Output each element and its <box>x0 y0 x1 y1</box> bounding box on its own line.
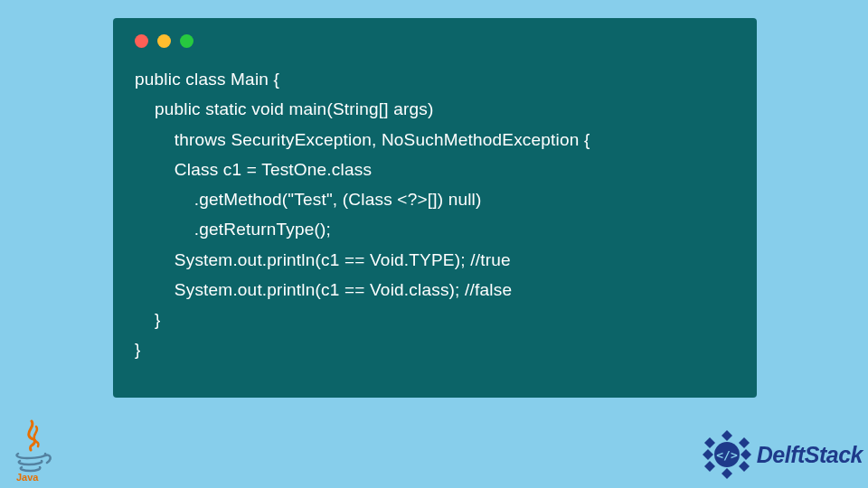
java-logo-icon: Java <box>11 419 52 483</box>
svg-marker-1 <box>722 430 732 441</box>
code-window: public class Main { public static void m… <box>113 18 757 398</box>
svg-text:</>: </> <box>716 448 738 462</box>
svg-marker-6 <box>704 461 715 472</box>
delftstack-icon: </> <box>701 428 753 481</box>
minimize-icon <box>157 34 171 48</box>
maximize-icon <box>180 34 193 48</box>
svg-marker-4 <box>739 461 750 472</box>
code-block: public class Main { public static void m… <box>135 64 735 365</box>
svg-marker-3 <box>741 449 751 460</box>
svg-marker-5 <box>722 468 732 479</box>
svg-marker-7 <box>703 449 713 460</box>
delftstack-logo: </> DelftStack <box>701 428 863 481</box>
svg-text:Java: Java <box>16 472 39 483</box>
svg-marker-2 <box>739 437 750 448</box>
close-icon <box>135 34 148 48</box>
delftstack-label: DelftStack <box>757 442 863 468</box>
window-controls <box>135 34 735 48</box>
svg-marker-8 <box>704 437 715 448</box>
